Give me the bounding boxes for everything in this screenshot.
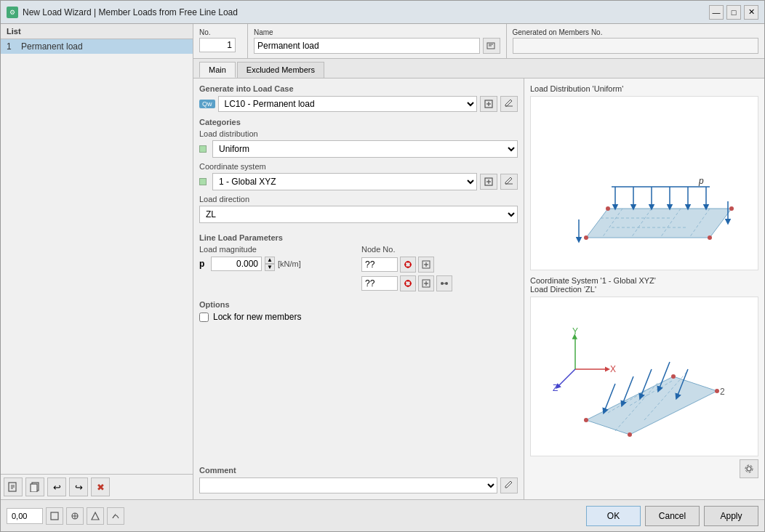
- svg-point-46: [606, 206, 610, 211]
- svg-point-65: [628, 432, 632, 437]
- window-title: New Load Wizard | Member Loads from Free…: [23, 7, 709, 17]
- apply-button[interactable]: Apply: [704, 506, 758, 526]
- minimize-button[interactable]: —: [709, 5, 724, 20]
- svg-line-74: [557, 369, 575, 387]
- copy-item-button[interactable]: [25, 477, 44, 496]
- lc-add-button[interactable]: [480, 96, 497, 112]
- load-distribution-group: Load distribution Uniform: [199, 129, 518, 158]
- node-add-button-1[interactable]: [418, 257, 434, 273]
- categories-section: Categories Load distribution Uniform: [199, 118, 518, 227]
- load-direction-select[interactable]: ZL: [199, 206, 518, 223]
- node-input-2[interactable]: [361, 276, 398, 291]
- no-field: No.: [193, 24, 248, 58]
- load-direction-group: Load direction ZL: [199, 195, 518, 223]
- p-decrement-button[interactable]: ▼: [265, 264, 275, 271]
- undo-button[interactable]: ↩: [47, 477, 66, 496]
- form-area: Generate into Load Case Qw LC10 - Perman…: [193, 78, 524, 499]
- top-row: No. Name Generated on Members No.: [193, 24, 764, 59]
- nav-button-3[interactable]: [87, 507, 104, 525]
- comment-section: Comment: [199, 466, 518, 493]
- svg-text:p: p: [698, 176, 704, 186]
- node-no-group: Node No.: [361, 245, 518, 294]
- coordinate-system-group: Coordinate system 1 - Global XYZ: [199, 162, 518, 190]
- node-add-button-2[interactable]: [418, 275, 434, 291]
- svg-point-62: [584, 418, 588, 422]
- bottom-right: OK Cancel Apply: [586, 506, 758, 526]
- lock-checkbox[interactable]: [199, 313, 209, 322]
- diagram-bottom-section: Coordinate System '1 - Global XYZ' Load …: [530, 276, 758, 478]
- coord-edit-button[interactable]: [500, 174, 518, 190]
- node-pick-button-2[interactable]: [400, 275, 416, 291]
- bottom-left: 0,00: [7, 507, 124, 525]
- svg-point-63: [671, 374, 676, 379]
- tab-excluded[interactable]: Excluded Members: [237, 62, 324, 78]
- title-bar: ⚙ New Load Wizard | Member Loads from Fr…: [1, 1, 764, 24]
- line-load-params-section: Line Load Parameters Load magnitude p ▲: [199, 233, 518, 294]
- main-window: ⚙ New Load Wizard | Member Loads from Fr…: [0, 0, 765, 532]
- svg-text:Z: Z: [553, 383, 558, 393]
- diagram-bottom-label1: Coordinate System '1 - Global XYZ': [530, 276, 758, 285]
- list-item[interactable]: 1 Permanent load: [1, 39, 193, 54]
- svg-marker-36: [586, 209, 732, 238]
- comment-edit-button[interactable]: [500, 477, 518, 493]
- svg-text:2: 2: [720, 387, 725, 397]
- generated-input[interactable]: [513, 38, 759, 54]
- list-item-number: 1: [7, 41, 21, 52]
- svg-point-78: [747, 467, 751, 471]
- cancel-button[interactable]: Cancel: [645, 506, 700, 526]
- tabs-row: Main Excluded Members: [193, 59, 764, 78]
- svg-point-45: [729, 206, 734, 211]
- app-icon: ⚙: [7, 7, 18, 18]
- svg-point-34: [445, 282, 448, 285]
- svg-rect-80: [51, 512, 58, 520]
- ok-button[interactable]: OK: [586, 506, 641, 526]
- lc-edit-button[interactable]: [500, 96, 518, 112]
- p-unit: [kN/m]: [278, 259, 301, 268]
- load-distribution-select[interactable]: Uniform: [212, 140, 518, 158]
- line-load-params-label: Line Load Parameters: [199, 233, 518, 242]
- lock-label: Lock for new members: [213, 312, 301, 322]
- coord-add-button[interactable]: [480, 174, 497, 190]
- name-edit-button[interactable]: [483, 38, 500, 54]
- generate-section: Generate into Load Case Qw LC10 - Perman…: [199, 84, 518, 112]
- svg-point-43: [584, 235, 588, 240]
- options-section: Options Lock for new members: [199, 300, 518, 322]
- nav-button-2[interactable]: [66, 507, 84, 525]
- coordinate-system-label: Coordinate system: [199, 162, 518, 171]
- svg-marker-84: [92, 512, 99, 520]
- maximize-button[interactable]: □: [726, 5, 741, 20]
- node-pick-button-1[interactable]: [400, 257, 416, 273]
- p-label: p: [199, 259, 208, 269]
- coordinate-system-select[interactable]: 1 - Global XYZ: [212, 173, 477, 190]
- diagram-top-section: Load Distribution 'Uniform': [530, 84, 758, 270]
- p-input[interactable]: [211, 257, 262, 271]
- name-label: Name: [254, 28, 500, 36]
- close-button[interactable]: ✕: [744, 5, 758, 20]
- generated-field: Generated on Members No.: [507, 24, 765, 58]
- svg-text:Y: Y: [572, 326, 578, 336]
- tab-body: Generate into Load Case Qw LC10 - Perman…: [193, 78, 764, 499]
- p-increment-button[interactable]: ▲: [265, 257, 275, 264]
- new-item-button[interactable]: [4, 477, 23, 496]
- lc-select[interactable]: LC10 - Permanent load: [218, 96, 478, 112]
- redo-button[interactable]: ↪: [69, 477, 88, 496]
- node-input-1[interactable]: [361, 257, 398, 272]
- load-magnitude-label: Load magnitude: [199, 245, 356, 254]
- svg-marker-57: [586, 376, 717, 435]
- diagram-top-box: p: [530, 96, 758, 270]
- no-input[interactable]: [199, 38, 236, 52]
- node-extra-button-2[interactable]: [436, 275, 452, 291]
- diagram-bottom-box: 2: [530, 297, 758, 456]
- diagram-area: Load Distribution 'Uniform': [524, 78, 764, 499]
- nav-button-4[interactable]: [107, 507, 124, 525]
- categories-label: Categories: [199, 118, 518, 126]
- tab-main[interactable]: Main: [199, 62, 236, 78]
- delete-button[interactable]: ✖: [91, 477, 110, 496]
- diagram-bottom-label2: Load Direction 'ZL': [530, 285, 758, 294]
- name-input[interactable]: [254, 38, 480, 54]
- diagram-settings-button[interactable]: [740, 459, 758, 478]
- comment-input[interactable]: [199, 477, 497, 493]
- title-controls: — □ ✕: [709, 5, 758, 20]
- nav-button-1[interactable]: [46, 507, 63, 525]
- list-area: 1 Permanent load: [1, 39, 193, 474]
